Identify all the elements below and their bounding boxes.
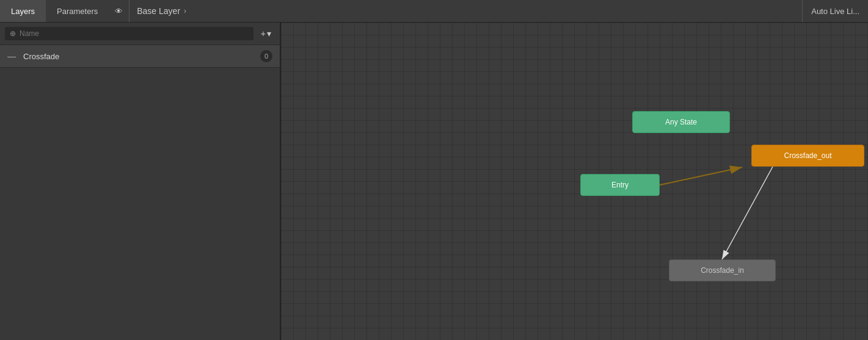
any-state-label: Any State: [665, 118, 697, 126]
entry-label: Entry: [611, 181, 629, 189]
node-any-state[interactable]: Any State: [632, 111, 730, 133]
sidebar: ⊕ + ▾ — Crossfade 0: [0, 23, 281, 340]
node-crossfade-in[interactable]: Crossfade_in: [669, 259, 776, 281]
auto-live-link[interactable]: Auto Live Li...: [802, 0, 868, 22]
add-dropdown-icon: ▾: [267, 29, 271, 38]
tab-layers-label: Layers: [11, 7, 35, 16]
add-icon: +: [261, 29, 266, 38]
add-layer-button[interactable]: + ▾: [257, 26, 275, 41]
node-entry[interactable]: Entry: [580, 174, 660, 196]
auto-live-link-label: Auto Live Li...: [811, 7, 859, 16]
main-content: ⊕ + ▾ — Crossfade 0: [0, 23, 868, 340]
search-input-wrapper: ⊕: [5, 27, 253, 40]
breadcrumb-area: Base Layer ›: [129, 0, 802, 22]
tab-layers[interactable]: Layers: [0, 0, 46, 22]
layer-weight-value: 0: [264, 52, 268, 60]
layer-weight-badge: 0: [260, 50, 272, 62]
layer-item[interactable]: — Crossfade 0: [0, 45, 280, 68]
arrows-svg: [281, 23, 868, 340]
breadcrumb: Base Layer: [137, 6, 180, 16]
layer-name: Crossfade: [23, 52, 255, 61]
graph-canvas[interactable]: Any State Entry Crossfade_out Crossfade_…: [281, 23, 868, 340]
search-icon: ⊕: [10, 29, 16, 38]
top-bar: Layers Parameters 👁 Base Layer › Auto Li…: [0, 0, 868, 23]
node-crossfade-out[interactable]: Crossfade_out: [751, 145, 864, 167]
tab-parameters[interactable]: Parameters: [46, 0, 109, 22]
svg-line-2: [660, 167, 742, 185]
svg-line-3: [722, 167, 773, 259]
layer-dash: —: [7, 51, 16, 61]
eye-icon[interactable]: 👁: [109, 0, 129, 22]
crossfade-in-label: Crossfade_in: [701, 266, 744, 275]
search-input[interactable]: [20, 29, 249, 38]
tab-parameters-label: Parameters: [57, 7, 98, 16]
breadcrumb-arrow: ›: [184, 7, 186, 15]
crossfade-out-label: Crossfade_out: [784, 151, 831, 160]
sidebar-search-bar: ⊕ + ▾: [0, 23, 280, 45]
